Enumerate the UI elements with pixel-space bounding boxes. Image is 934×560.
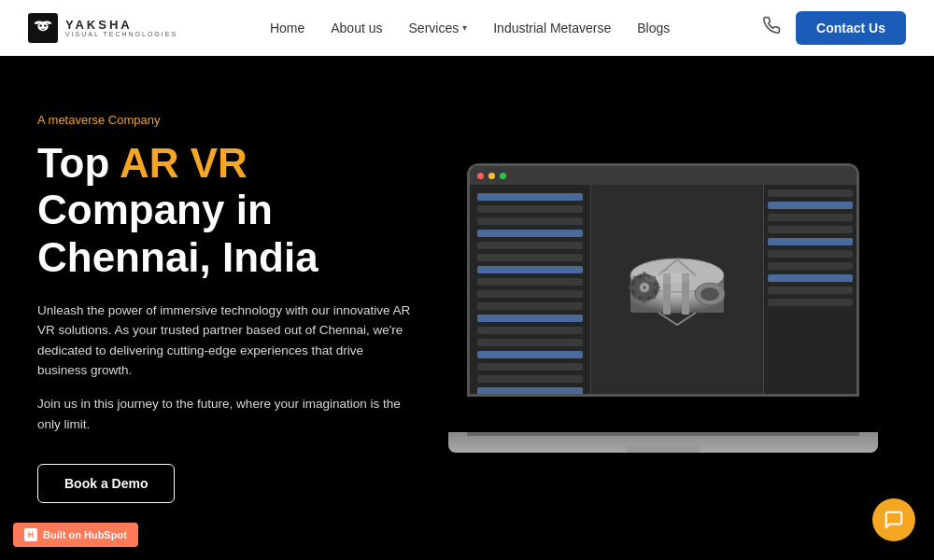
hero-visual <box>448 163 878 453</box>
laptop-hinge <box>467 432 859 436</box>
hero-title-part1: Top <box>37 140 120 186</box>
navbar: YAKSHA VISUAL TECHNOLOGIES Home About us… <box>0 0 934 56</box>
nav-item-services[interactable]: Services ▾ <box>409 21 468 35</box>
nav-item-blogs[interactable]: Blogs <box>637 20 670 36</box>
window-close-dot <box>477 173 484 179</box>
laptop-base <box>448 432 878 453</box>
logo[interactable]: YAKSHA VISUAL TECHNOLOGIES <box>28 13 177 43</box>
contact-button[interactable]: Contact Us <box>796 11 906 45</box>
laptop-image <box>448 163 878 453</box>
svg-point-22 <box>644 273 691 284</box>
book-demo-button[interactable]: Book a Demo <box>37 464 175 503</box>
brand-tagline: VISUAL TECHNOLOGIES <box>65 31 177 37</box>
hero-title: Top AR VR Company in Chennai, India <box>37 140 411 282</box>
hero-tagline: A metaverse Company <box>37 113 411 127</box>
chevron-down-icon: ▾ <box>462 22 467 33</box>
logo-text: YAKSHA VISUAL TECHNOLOGIES <box>65 19 177 37</box>
chat-icon <box>884 510 904 530</box>
hero-description: Unleash the power of immersive technolog… <box>37 301 411 381</box>
logo-icon <box>28 13 58 43</box>
svg-point-3 <box>44 24 46 26</box>
phone-icon[interactable] <box>762 16 781 39</box>
nav-item-home[interactable]: Home <box>270 20 304 36</box>
screen-topbar <box>470 166 856 185</box>
nav-links: Home About us Services ▾ Industrial Meta… <box>270 20 670 36</box>
hubspot-badge[interactable]: H Built on HubSpot <box>13 523 138 547</box>
window-maximize-dot <box>500 173 506 179</box>
hubspot-icon: H <box>24 528 37 541</box>
svg-point-17 <box>643 286 646 289</box>
screen-main-area <box>591 185 763 394</box>
hero-section: A metaverse Company Top AR VR Company in… <box>0 56 934 560</box>
hero-title-part2: Company in Chennai, India <box>37 187 318 280</box>
svg-point-21 <box>700 287 719 301</box>
laptop-notch <box>626 445 700 453</box>
nav-item-about[interactable]: About us <box>331 20 382 36</box>
screen-sidebar-left <box>470 185 591 394</box>
svg-point-2 <box>39 24 41 26</box>
hero-title-highlight: AR VR <box>120 140 248 186</box>
window-minimize-dot <box>488 173 495 179</box>
brand-name: YAKSHA <box>65 19 177 31</box>
chat-button[interactable] <box>872 498 915 541</box>
nav-right: Contact Us <box>762 11 906 45</box>
turbine-engine-visual <box>612 224 743 355</box>
screen-sidebar-right <box>763 185 856 394</box>
hero-content: A metaverse Company Top AR VR Company in… <box>37 113 411 503</box>
hero-join-text: Join us in this journey to the future, w… <box>37 394 411 434</box>
nav-item-industrial[interactable]: Industrial Metaverse <box>493 20 611 36</box>
laptop-screen <box>467 163 859 397</box>
screen-body <box>470 185 856 394</box>
hubspot-label: Built on HubSpot <box>43 529 127 540</box>
